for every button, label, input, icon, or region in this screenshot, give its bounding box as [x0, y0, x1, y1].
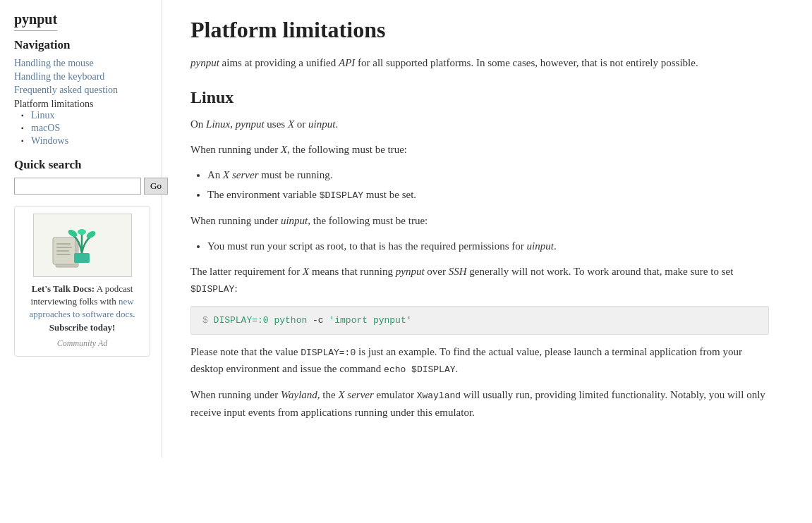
- ssh-em: SSH: [449, 266, 467, 277]
- wayland-em: Wayland: [281, 389, 317, 400]
- sub-link-macos-anchor[interactable]: macOS: [31, 123, 60, 133]
- svg-point-8: [66, 228, 78, 238]
- svg-point-7: [85, 230, 96, 240]
- linux-p5: Please note that the value DISPLAY=:0 is…: [190, 343, 769, 379]
- code-block-display: $ DISPLAY=:0 python -c 'import pynput': [190, 306, 769, 335]
- ad-title-bold: Let's Talk Docs:: [32, 283, 95, 294]
- uinput-em-1: uinput: [308, 118, 335, 130]
- code-rest: -c 'import pynput': [307, 315, 411, 326]
- sub-link-linux: Linux: [21, 110, 150, 121]
- linux-x-item-1: An X server must be running.: [207, 166, 769, 183]
- code-display-var: DISPLAY=:0 python: [208, 315, 307, 326]
- uinput-em-3: uinput: [527, 240, 554, 252]
- pynput-em-2: pynput: [396, 266, 425, 277]
- sub-link-windows-anchor[interactable]: Windows: [31, 135, 68, 146]
- linux-p2: When running under X, the following must…: [190, 141, 769, 158]
- main-content: Platform limitations pynput aims at prov…: [162, 0, 797, 457]
- linux-p6: When running under Wayland, the X server…: [190, 386, 769, 421]
- linux-x-list: An X server must be running. The environ…: [207, 166, 769, 204]
- display-code-1: $DISPLAY: [320, 190, 363, 201]
- intro-text: aims at providing a unified API for all …: [219, 57, 698, 68]
- linux-p4: The latter requirement for X means that …: [190, 263, 769, 297]
- x-em-2: X: [281, 144, 287, 155]
- uinput-em-2: uinput: [281, 215, 308, 226]
- community-ad-label: Community Ad: [22, 338, 143, 349]
- nav-heading: Navigation: [14, 38, 150, 52]
- search-input[interactable]: [14, 178, 141, 195]
- ad-subscribe: Subscribe today!: [49, 322, 116, 333]
- linux-x-item-2: The environment variable $DISPLAY must b…: [207, 186, 769, 204]
- x-em-3: X: [303, 266, 309, 277]
- svg-point-9: [78, 229, 86, 235]
- ad-image: [33, 214, 132, 277]
- sidebar: pynput Navigation Handling the mouse Han…: [0, 0, 162, 457]
- nav-link-mouse[interactable]: Handling the mouse: [14, 58, 150, 69]
- brand-title[interactable]: pynput: [14, 11, 57, 31]
- search-heading: Quick search: [14, 158, 150, 172]
- svg-rect-2: [56, 243, 71, 245]
- linux-p3: When running under uinput, the following…: [190, 212, 769, 229]
- display-code-2: $DISPLAY: [190, 284, 234, 295]
- platform-sub-list: Linux macOS Windows: [21, 110, 150, 147]
- linux-em: Linux: [206, 118, 230, 130]
- ad-text-after: .: [133, 309, 135, 319]
- x-server-em: X server: [223, 169, 258, 180]
- linux-uinput-list: You must run your script as root, to tha…: [207, 238, 769, 254]
- nav-links: Handling the mouse Handling the keyboard…: [14, 58, 150, 110]
- x-server-em-2: X server: [338, 389, 373, 400]
- page-title: Platform limitations: [190, 17, 769, 43]
- api-em: API: [339, 57, 355, 68]
- ad-text: Let's Talk Docs: A podcast interviewing …: [22, 283, 143, 334]
- x-em-1: X: [288, 118, 294, 130]
- echo-display-code: echo $DISPLAY: [384, 364, 455, 375]
- sub-link-windows: Windows: [21, 135, 150, 147]
- ad-svg: [47, 221, 118, 270]
- svg-rect-3: [56, 247, 72, 248]
- search-row: Go: [14, 178, 150, 195]
- community-ad: Let's Talk Docs: A podcast interviewing …: [14, 206, 150, 357]
- nav-platform-title: Platform limitations: [14, 99, 93, 109]
- svg-rect-4: [56, 250, 69, 252]
- svg-rect-5: [56, 254, 71, 255]
- pynput-em-1: pynput: [236, 118, 265, 130]
- code-dollar: $: [202, 315, 208, 326]
- display-code-3: DISPLAY=:0: [301, 347, 356, 358]
- linux-heading: Linux: [190, 88, 769, 107]
- sub-link-linux-anchor[interactable]: Linux: [31, 110, 54, 121]
- linux-uinput-item-1: You must run your script as root, to tha…: [207, 238, 769, 254]
- xwayland-code: Xwayland: [417, 390, 461, 401]
- nav-link-keyboard[interactable]: Handling the keyboard: [14, 71, 150, 82]
- linux-p1: On Linux, pynput uses X or uinput.: [190, 116, 769, 133]
- nav-link-faq[interactable]: Frequently asked question: [14, 85, 150, 96]
- svg-rect-6: [74, 253, 90, 263]
- pynput-em-intro: pynput: [190, 57, 219, 68]
- sub-link-macos: macOS: [21, 123, 150, 134]
- intro-paragraph: pynput aims at providing a unified API f…: [190, 54, 769, 71]
